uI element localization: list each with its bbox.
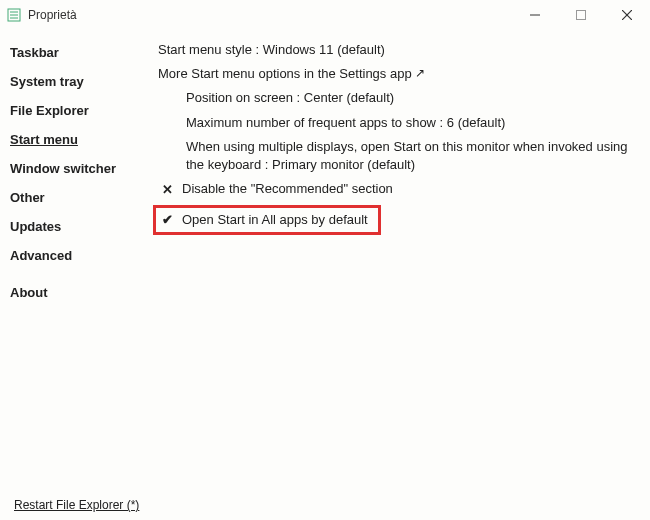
sidebar-item-window-switcher[interactable]: Window switcher [10, 154, 140, 183]
sidebar-item-start-menu[interactable]: Start menu [10, 125, 140, 154]
open-all-apps-row[interactable]: ✔ Open Start in All apps by default [158, 202, 634, 237]
sidebar-item-other[interactable]: Other [10, 183, 140, 212]
minimize-button[interactable] [512, 0, 558, 30]
max-apps-row[interactable]: Maximum number of frequent apps to show … [158, 111, 634, 135]
sidebar: Taskbar System tray File Explorer Start … [10, 34, 140, 492]
cross-icon: ✕ [158, 181, 176, 199]
max-apps-label: Maximum number of frequent apps to show … [186, 114, 505, 132]
disable-recommended-row[interactable]: ✕ Disable the "Recommended" section [158, 177, 634, 202]
multi-display-label: When using multiple displays, open Start… [186, 138, 634, 174]
sidebar-item-system-tray[interactable]: System tray [10, 67, 140, 96]
app-icon [6, 7, 22, 23]
position-row[interactable]: Position on screen : Center (default) [158, 86, 634, 110]
more-options-label: More Start menu options in the Settings … [158, 65, 412, 83]
window-title: Proprietà [28, 8, 77, 22]
open-all-apps-label: Open Start in All apps by default [182, 211, 368, 229]
window-controls [512, 0, 650, 30]
sidebar-item-advanced[interactable]: Advanced [10, 241, 140, 270]
multi-display-row[interactable]: When using multiple displays, open Start… [158, 135, 634, 177]
external-link-icon: ↗ [415, 65, 425, 82]
sidebar-item-file-explorer[interactable]: File Explorer [10, 96, 140, 125]
svg-rect-5 [577, 11, 586, 20]
sidebar-item-about[interactable]: About [10, 278, 140, 307]
highlight-annotation: ✔ Open Start in All apps by default [153, 205, 381, 234]
disable-recommended-label: Disable the "Recommended" section [182, 180, 393, 198]
restart-file-explorer-link[interactable]: Restart File Explorer (*) [14, 498, 139, 512]
sidebar-item-taskbar[interactable]: Taskbar [10, 38, 140, 67]
start-menu-style-row[interactable]: Start menu style : Windows 11 (default) [158, 38, 634, 62]
close-button[interactable] [604, 0, 650, 30]
content-panel: Start menu style : Windows 11 (default) … [140, 34, 644, 492]
more-options-link[interactable]: More Start menu options in the Settings … [158, 62, 634, 86]
titlebar: Proprietà [0, 0, 650, 30]
maximize-button[interactable] [558, 0, 604, 30]
check-icon: ✔ [158, 211, 176, 229]
main-area: Taskbar System tray File Explorer Start … [0, 30, 650, 492]
position-label: Position on screen : Center (default) [186, 89, 394, 107]
start-menu-style-label: Start menu style : Windows 11 (default) [158, 41, 385, 59]
sidebar-item-updates[interactable]: Updates [10, 212, 140, 241]
